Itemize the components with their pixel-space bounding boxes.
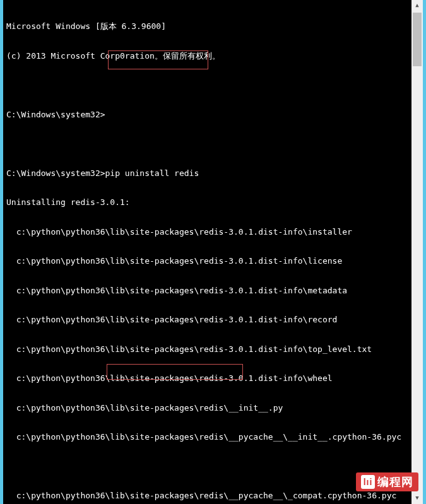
file-line: c:\python\python36\lib\site-packages\red… (6, 491, 420, 501)
prompt-text: C:\Windows\system32> (6, 168, 105, 178)
header-line-1: Microsoft Windows [版本 6.3.9600] (6, 21, 420, 32)
scrollbar-arrow-down-icon[interactable]: ▼ (411, 493, 423, 504)
command-text: pip uninstall redis (105, 168, 199, 178)
file-line: c:\python\python36\lib\site-packages\red… (6, 373, 420, 384)
file-line: c:\python\python36\lib\site-packages\red… (6, 403, 420, 413)
command-1: C:\Windows\system32>pip uninstall redis (6, 168, 420, 179)
scrollbar-arrow-up-icon[interactable]: ▲ (411, 0, 423, 11)
scrollbar-thumb[interactable] (413, 13, 422, 66)
file-line: c:\python\python36\lib\site-packages\red… (6, 227, 420, 237)
prompt-empty: C:\Windows\system32> (6, 110, 420, 120)
file-line: c:\python\python36\lib\site-packages\red… (6, 344, 420, 355)
header-line-2: (c) 2013 Microsoft Corp0ration。保留所有权利。 (6, 51, 420, 61)
file-line: c:\python\python36\lib\site-packages\red… (6, 286, 420, 296)
uninstall-header: Uninstalling redis-3.0.1: (6, 197, 420, 208)
file-line: c:\python\python36\lib\site-packages\red… (6, 315, 420, 325)
watermark-logo-icon: lıi (361, 475, 375, 489)
terminal-window[interactable]: Microsoft Windows [版本 6.3.9600] (c) 2013… (3, 0, 423, 504)
site-watermark: lıi 编程网 (356, 472, 418, 491)
watermark-text: 编程网 (377, 474, 413, 489)
scrollbar-vertical[interactable]: ▲ ▼ (411, 0, 423, 504)
file-line: c:\python\python36\lib\site-packages\red… (6, 256, 420, 266)
file-line: c:\python\python36\lib\site-packages\red… (6, 432, 420, 442)
